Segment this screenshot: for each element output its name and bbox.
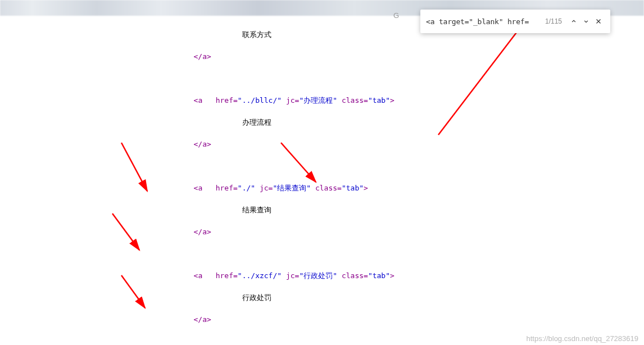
find-next-button[interactable] [580,15,592,28]
find-in-page-bar: <a target="_blank" href= 1/115 [420,10,610,33]
find-query-text: <a target="_blank" href= [426,17,529,26]
find-match-count: 1/115 [545,17,562,25]
find-close-button[interactable] [592,15,605,28]
html-source-view[interactable]: 联系方式 </a> <a href="../bllc/" jc="办理流程" c… [4,18,640,345]
watermark-text: https://blog.csdn.net/qq_27283619 [527,334,639,343]
find-prev-button[interactable] [568,15,580,28]
